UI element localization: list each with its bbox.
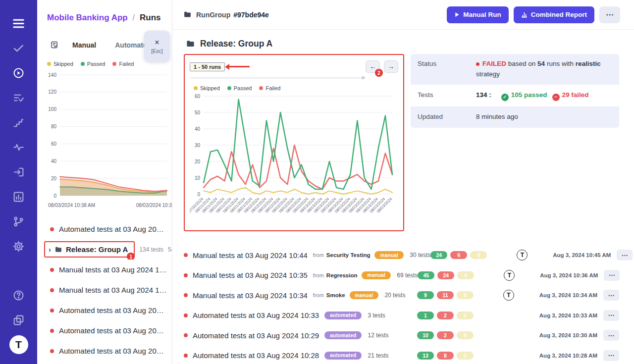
run-list-item[interactable]: Automated tests at 03 Aug 2024 10…: [37, 300, 172, 320]
passed-badge: 13: [417, 352, 434, 360]
sidebar-item-results[interactable]: [9, 88, 29, 107]
row-menu-button[interactable]: ⋯: [617, 250, 633, 260]
logo-icon[interactable]: T: [9, 335, 28, 354]
run-row[interactable]: Manual tests at 03 Aug 2024 10:35 from R…: [184, 265, 619, 286]
next-runs-button[interactable]: →: [384, 60, 398, 73]
bar-chart-icon: [521, 11, 528, 18]
failed-dot-icon: [184, 273, 188, 277]
run-row[interactable]: Automated tests at 03 Aug 2024 10:28 aut…: [184, 346, 619, 364]
result-badges: 45 24 0: [418, 271, 476, 279]
skipped-dot-icon: [194, 86, 198, 90]
run-row[interactable]: Manual tests at 03 Aug 2024 10:44 from S…: [184, 245, 619, 265]
result-badges: 1 2 0: [417, 312, 476, 319]
passed-badge: 10: [417, 331, 434, 339]
run-row[interactable]: Automated tests at 03 Aug 2024 10:29 aut…: [184, 325, 619, 346]
sidebar-item-help[interactable]: [9, 286, 29, 305]
run-row[interactable]: Automated tests at 03 Aug 2024 10:33 aut…: [184, 306, 619, 326]
menu-button[interactable]: [9, 14, 29, 33]
passed-badge: 24: [430, 251, 447, 259]
failed-dot-icon: [184, 253, 188, 257]
status-value: FAILED based on 54 runs with realistic s…: [476, 59, 612, 80]
run-list-item[interactable]: Automated tests at 03 Aug 2024 1…: [37, 341, 172, 361]
failed-dot-icon: [184, 313, 188, 317]
failed-dot-icon: [184, 354, 188, 358]
icon-sidebar: T: [0, 0, 37, 364]
svg-text:40: 40: [51, 158, 57, 164]
row-menu-button[interactable]: ⋯: [603, 350, 619, 361]
run-list-item[interactable]: Manual tests at 03 Aug 2024 10:43: [37, 260, 172, 280]
passed-dot-icon: [81, 62, 85, 66]
import-icon: [12, 166, 25, 178]
sidebar-item-settings[interactable]: [9, 237, 29, 256]
failed-badge: 8: [437, 352, 454, 360]
status-panel: Status FAILED based on 54 runs with real…: [411, 54, 619, 128]
group-header: Release: Group A: [186, 39, 619, 49]
user-avatar: T: [503, 290, 514, 301]
sidebar-item-pulse[interactable]: [9, 138, 29, 156]
tests-count: 69 tests: [397, 272, 418, 279]
row-menu-button[interactable]: ⋯: [603, 290, 619, 301]
runs-history-chart: 020406080100120140: [43, 71, 169, 200]
manual-run-button[interactable]: Manual Run: [447, 6, 509, 23]
skipped-badge: 0: [457, 331, 474, 339]
failed-dot-icon: [184, 293, 188, 297]
close-icon[interactable]: ×: [155, 39, 159, 47]
results-list-icon: [12, 92, 25, 104]
minus-circle-icon: −: [552, 94, 560, 101]
row-menu-button[interactable]: ⋯: [603, 330, 619, 341]
updated-value: 8 minutes ago: [476, 112, 612, 122]
topbar-more-button[interactable]: ⋯: [599, 6, 620, 23]
updated-row: Updated 8 minutes ago: [411, 106, 619, 128]
runs-filter-icon[interactable]: [50, 41, 58, 49]
row-menu-button[interactable]: ⋯: [603, 310, 619, 321]
sidebar-item-analytics[interactable]: [9, 113, 29, 132]
chevron-right-icon[interactable]: ›: [49, 245, 51, 254]
tests-check-icon: [12, 42, 25, 54]
failed-dot-icon: [50, 288, 54, 292]
group-runs-chart: 010203040506007/30/202408/01/202408/01/2…: [190, 92, 397, 227]
sidebar-item-runs[interactable]: [9, 63, 29, 82]
tab-manual[interactable]: Manual: [72, 41, 96, 49]
failed-badge: 11: [437, 291, 454, 299]
annotation-arrow-icon: [229, 66, 250, 67]
failed-dot-icon: [184, 333, 188, 337]
arrow-left-icon: ←: [370, 63, 376, 70]
sidebar-item-projects[interactable]: [9, 311, 29, 329]
svg-text:20: 20: [51, 176, 57, 181]
svg-text:0: 0: [197, 192, 200, 197]
status-row: Status FAILED based on 54 runs with real…: [411, 54, 619, 85]
skipped-badge: 0: [457, 312, 474, 319]
rungroup-id: #97bde94e: [233, 11, 269, 19]
tests-count: 21 tests: [368, 352, 388, 359]
breadcrumb-separator: /: [130, 13, 138, 22]
row-menu-button[interactable]: ⋯: [604, 270, 620, 281]
breadcrumb-project-link[interactable]: Mobile Banking App: [47, 13, 128, 22]
svg-text:80: 80: [51, 124, 57, 129]
run-list-item[interactable]: Automated tests at 03 Aug 2024 10…: [37, 320, 172, 341]
run-row[interactable]: Manual tests at 03 Aug 2024 10:34 from S…: [184, 285, 619, 306]
annotation-step-1-badge: 1: [127, 253, 135, 260]
sidebar-item-reports[interactable]: [9, 187, 29, 206]
skipped-dot-icon: [47, 62, 51, 66]
manual-tag: manual: [362, 271, 391, 279]
passed-badge: 45: [418, 271, 434, 279]
skipped-badge: 0: [457, 352, 474, 360]
run-group-item[interactable]: › Release: Group A 1 134 tests 54 r: [37, 239, 172, 260]
run-list-item[interactable]: Automated tests at 03 Aug 2024 10…: [37, 219, 172, 239]
tests-count: 30 tests: [410, 252, 430, 259]
sidebar-item-branches[interactable]: [9, 212, 29, 231]
combined-report-button[interactable]: Combined Report: [514, 6, 594, 23]
legend-passed-label: Passed: [87, 61, 106, 67]
folder-icon: [54, 246, 62, 254]
app-window: T Mobile Banking App / Runs Manual Autom…: [0, 0, 634, 364]
svg-text:30: 30: [195, 143, 201, 148]
run-list-item[interactable]: Manual tests at 03 Aug 2024 10:42: [37, 280, 172, 300]
runs-pager: ← 2 →: [366, 60, 398, 73]
annotation-box-1: › Release: Group A 1: [44, 241, 135, 258]
svg-text:60: 60: [51, 141, 57, 147]
sidebar-item-import[interactable]: [9, 162, 29, 181]
passed-badge: 1: [417, 312, 434, 319]
result-badges: 10 2 0: [417, 331, 476, 339]
automated-tag: automated: [324, 352, 362, 360]
sidebar-item-tests[interactable]: [9, 39, 29, 57]
